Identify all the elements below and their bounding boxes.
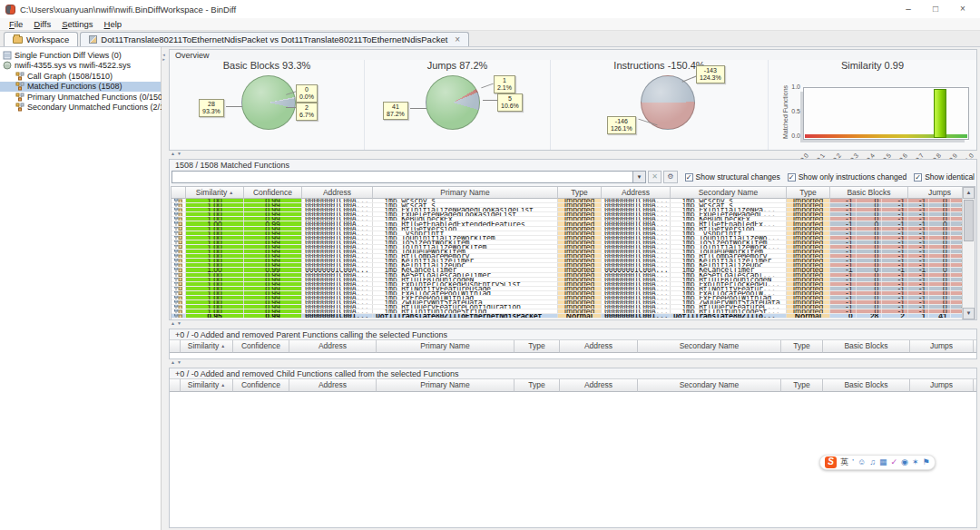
primary-type-cell: Imported [558,212,602,216]
header-basic-blocks[interactable]: Basic Blocks [830,187,908,199]
header-type-primary[interactable]: Type [514,379,560,392]
settings-icon[interactable]: ⚑ [922,456,929,468]
header-jumps[interactable]: Jumps [910,379,974,392]
header-basic-blocks[interactable]: Basic Blocks [823,340,910,353]
collapse-down-icon[interactable]: ▼ [177,321,181,326]
scrollbar-thumb[interactable] [964,200,974,241]
secondary-name-cell: __imp_RtlCompareMemory [671,254,787,258]
sogou-logo-icon[interactable]: S [825,456,837,468]
expand-right-icon[interactable]: ▸ [162,57,165,61]
header-type-primary[interactable]: Type [514,340,560,353]
toolbox-icon[interactable]: ✶ [912,456,919,468]
header-primary-name[interactable]: Primary Name [373,187,558,199]
secondary-name-cell: __imp_ExAllocatePoolW... [671,291,787,295]
matched-function-row[interactable]: 0.95 0.99 00000001C001... Dot11Translate… [172,314,971,319]
collapse-down-icon[interactable]: ▼ [177,360,181,365]
header-secondary-name[interactable]: Secondary Name [638,379,781,392]
maximize-button[interactable]: □ [922,1,949,17]
secondary-address-cell: 00000001C00A... [602,208,671,211]
checkbox-show-identical[interactable]: ✓ Show identical [914,172,975,182]
header-type-secondary[interactable]: Type [781,379,823,392]
header-jumps[interactable]: Jumps [910,340,974,353]
collapse-up-icon[interactable]: ▲ [171,360,175,365]
collapse-down-icon[interactable]: ▼ [177,152,181,156]
collapse-up-icon[interactable]: ▲ [171,152,175,156]
header-address-secondary[interactable]: Address [560,379,638,392]
soft-keyboard-icon[interactable]: ▦ [879,456,887,468]
tree-item-matched-functions[interactable]: Matched Functions (1508) [0,82,161,93]
header-address-secondary[interactable]: Address [602,187,671,199]
filter-settings-button[interactable]: ⚙ [663,171,677,183]
header-primary-name[interactable]: Primary Name [377,340,514,353]
tab-close-icon[interactable]: × [455,34,460,44]
checkbox-checked-icon[interactable]: ✓ [788,173,796,182]
tree-item-primary-unmatched[interactable]: Primary Unmatched Functions (0/1508) [0,92,161,103]
filter-input[interactable] [172,172,632,182]
header-similarity[interactable]: Similarity▲ [186,187,244,199]
basic-blocks-cells: -10-1 [830,259,908,262]
checkbox-checked-icon[interactable]: ✓ [685,173,693,182]
menu-diffs[interactable]: Diffs [28,19,56,29]
scroll-up-icon[interactable]: ▲ [963,187,975,199]
primary-name-cell: __imp_KeSetCoalescableTimer [373,273,558,277]
language-mode-icon[interactable]: 英 [840,456,848,468]
call-graph-icon [15,72,24,81]
confidence-cell: 0.99 [244,240,302,244]
header-similarity[interactable]: Similarity▲ [181,340,233,353]
header-basic-blocks[interactable]: Basic Blocks [823,379,910,392]
header-confidence[interactable]: Confidence [233,379,289,392]
skin-check-icon[interactable]: ✓ [890,456,897,468]
emoji-icon[interactable]: ☺ [858,456,866,468]
secondary-unmatched-icon [15,103,24,112]
header-confidence[interactable]: Confidence [244,187,302,199]
checkbox-instructions-changed[interactable]: ✓ Show only instructions changed [788,172,907,182]
tree-item-workspace-diff[interactable]: nwifi-4355.sys vs nwifi-4522.sys [0,61,161,72]
filter-combobox[interactable]: ▼ [172,171,646,183]
search-icon[interactable]: ◉ [901,456,908,468]
clear-filter-button[interactable]: ✕ [648,171,662,183]
tab-workspace[interactable]: Workspace [4,32,78,46]
menu-settings[interactable]: Settings [56,19,98,29]
parents-splitter[interactable]: ▲ ▼ [166,320,980,327]
menu-file[interactable]: File [4,19,28,29]
header-similarity[interactable]: Similarity▲ [181,379,233,392]
primary-type-cell: Imported [558,236,602,240]
header-address-secondary[interactable]: Address [560,340,638,353]
minimize-button[interactable]: – [895,1,922,17]
tree-item-secondary-unmatched[interactable]: Secondary Unmatched Functions (2/1510) [0,103,161,113]
tree-item-call-graph[interactable]: Call Graph (1508/1510) [0,71,161,82]
header-address-primary[interactable]: Address [289,340,377,353]
secondary-name-cell: __imp_IoSizeofWorkItem [671,240,787,244]
header-type-secondary[interactable]: Type [787,187,830,199]
x-tick-label: 0.1 [819,142,820,158]
ime-toolbar[interactable]: S 英 ’ ☺ ♫ ▦ ✓ ◉ ✶ ⚑ [819,455,936,470]
secondary-type-cell: Imported [787,296,830,299]
header-icon-col[interactable] [172,187,186,199]
checkbox-structural-changes[interactable]: ✓ Show structural changes [685,172,780,182]
secondary-address-cell: 00000001C00A... [602,250,671,253]
child-functions-panel: +0 / -0 Added and removed Child Function… [169,368,977,529]
collapse-up-icon[interactable]: ▲ [171,321,175,326]
header-type-secondary[interactable]: Type [781,340,823,353]
primary-address-cell: 00000001C00A... [302,208,373,211]
voice-input-icon[interactable]: ♫ [869,456,876,468]
secondary-name-cell: __imp_wcscat_s [671,203,787,207]
header-secondary-name[interactable]: Secondary Name [638,340,781,353]
tree-item-single-function-diff-views[interactable]: Single Function Diff Views (0) [0,50,161,61]
children-splitter[interactable]: ▲ ▼ [166,359,980,366]
punctuation-icon[interactable]: ’ [852,456,854,468]
tab-function-diff[interactable]: Dot11Translate80211ToEthernetNdisPacket … [80,32,469,46]
header-address-primary[interactable]: Address [289,379,377,392]
scroll-down-icon[interactable]: ▼ [963,308,975,319]
checkbox-checked-icon[interactable]: ✓ [914,173,922,182]
combo-dropdown-icon[interactable]: ▼ [632,172,645,182]
menu-help[interactable]: Help [99,19,128,29]
header-secondary-name[interactable]: Secondary Name [671,187,787,199]
header-confidence[interactable]: Confidence [233,340,289,353]
header-primary-name[interactable]: Primary Name [377,379,514,392]
header-type-primary[interactable]: Type [558,187,602,199]
primary-name-cell: __imp_RtlGetVersion [373,227,558,231]
close-button[interactable]: × [949,1,976,17]
table-scrollbar[interactable]: ▲ ▼ [962,187,975,319]
header-address-primary[interactable]: Address [302,187,373,199]
